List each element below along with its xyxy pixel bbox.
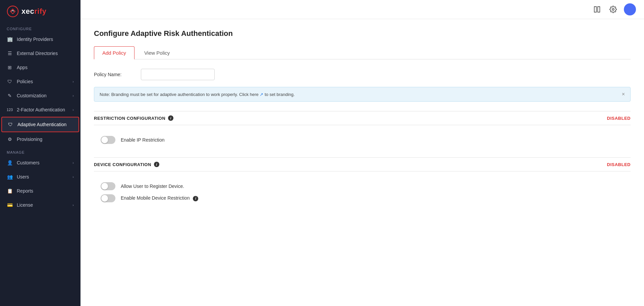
- external-directories-icon: ☰: [7, 50, 13, 56]
- provisioning-icon: ⚙: [7, 136, 13, 142]
- device-config-body: Allow User to Register Device. Enable Mo…: [94, 178, 631, 213]
- reports-icon: 📋: [7, 188, 13, 194]
- restriction-config-info-icon[interactable]: i: [168, 115, 173, 121]
- chevron-right-icon: ›: [72, 161, 74, 165]
- sidebar-item-label: Policies: [17, 79, 33, 84]
- chevron-right-icon: ›: [72, 94, 74, 98]
- sidebar-item-label: Customers: [17, 160, 40, 165]
- svg-rect-1: [594, 7, 596, 12]
- policies-icon: 🛡: [7, 79, 13, 85]
- customers-icon: 👤: [7, 160, 13, 166]
- tab-add-policy[interactable]: Add Policy: [94, 46, 135, 59]
- users-icon: 👥: [7, 174, 13, 180]
- branding-link[interactable]: ↗: [260, 92, 263, 97]
- policy-name-label: Policy Name:: [94, 72, 134, 77]
- brand-name: xecrify: [21, 7, 46, 16]
- register-device-row: Allow User to Register Device.: [101, 182, 624, 190]
- chevron-right-icon: ›: [72, 108, 74, 112]
- sidebar-item-identity-providers[interactable]: 🏢 Identity Providers: [0, 32, 80, 46]
- info-banner: Note: Branding must be set for adaptive …: [94, 87, 631, 102]
- chevron-right-icon: ›: [72, 175, 74, 179]
- content-area: Configure Adaptive Risk Authentication A…: [80, 19, 644, 306]
- info-banner-text: Note: Branding must be set for adaptive …: [100, 92, 295, 97]
- sidebar-item-provisioning[interactable]: ⚙ Provisioning: [0, 132, 80, 146]
- sidebar-item-external-directories[interactable]: ☰ External Directories: [0, 46, 80, 60]
- identity-providers-icon: 🏢: [7, 36, 13, 42]
- sidebar-item-label: Users: [17, 174, 29, 180]
- mobile-restriction-info-icon[interactable]: i: [193, 196, 198, 201]
- chevron-right-icon: ›: [72, 80, 74, 84]
- sidebar: xecrify Configure 🏢 Identity Providers ☰…: [0, 0, 80, 306]
- sidebar-item-policies[interactable]: 🛡 Policies ›: [0, 74, 80, 89]
- device-config-info-icon[interactable]: i: [154, 162, 159, 167]
- customization-icon: ✎: [7, 93, 13, 99]
- restriction-config-title: RESTRICTION CONFIGURATION i: [94, 115, 173, 121]
- apps-icon: ⊞: [7, 64, 13, 70]
- 2fa-icon: 123: [7, 107, 13, 113]
- sidebar-item-license[interactable]: 💳 License ›: [0, 198, 80, 212]
- page-title: Configure Adaptive Risk Authentication: [94, 29, 631, 38]
- sidebar-item-label: Adaptive Authentication: [17, 122, 66, 127]
- sidebar-item-label: Provisioning: [17, 137, 42, 142]
- policy-name-row: Policy Name:: [94, 69, 631, 80]
- main-content: Configure Adaptive Risk Authentication A…: [80, 0, 644, 306]
- sidebar-item-label: External Directories: [17, 51, 58, 56]
- sidebar-item-label: Identity Providers: [17, 37, 53, 42]
- device-config-title: DEVICE CONFIGURATION i: [94, 162, 159, 167]
- mobile-restriction-toggle[interactable]: [101, 194, 115, 202]
- info-banner-close-button[interactable]: ×: [622, 91, 625, 97]
- svg-point-3: [612, 8, 614, 10]
- chevron-right-icon: ›: [72, 203, 74, 207]
- sidebar-item-adaptive-auth[interactable]: 🛡 Adaptive Authentication: [1, 117, 79, 132]
- device-config-header: DEVICE CONFIGURATION i DISABLED: [94, 157, 631, 171]
- ip-restriction-row: Enable IP Restriction: [101, 136, 624, 144]
- register-device-toggle[interactable]: [101, 182, 115, 190]
- tabs-container: Add Policy View Policy: [94, 46, 631, 59]
- manage-section-label: Manage: [0, 146, 80, 156]
- mobile-restriction-row: Enable Mobile Device Restriction i: [101, 194, 624, 202]
- configure-section-label: Configure: [0, 23, 80, 32]
- sidebar-item-customers[interactable]: 👤 Customers ›: [0, 156, 80, 170]
- adaptive-auth-icon: 🛡: [7, 121, 13, 128]
- mobile-restriction-label: Enable Mobile Device Restriction i: [121, 195, 198, 201]
- license-icon: 💳: [7, 202, 13, 208]
- sidebar-item-2fa[interactable]: 123 2-Factor Authentication ›: [0, 103, 80, 117]
- ip-restriction-label: Enable IP Restriction: [121, 137, 164, 143]
- svg-point-0: [7, 6, 18, 17]
- sidebar-item-label: Reports: [17, 188, 33, 194]
- register-device-label: Allow User to Register Device.: [121, 184, 184, 189]
- tab-view-policy[interactable]: View Policy: [136, 46, 178, 59]
- restriction-config-status: DISABLED: [607, 116, 631, 121]
- sidebar-item-customization[interactable]: ✎ Customization ›: [0, 89, 80, 103]
- sidebar-item-users[interactable]: 👥 Users ›: [0, 170, 80, 184]
- restriction-config-header: RESTRICTION CONFIGURATION i DISABLED: [94, 111, 631, 125]
- ip-restriction-toggle[interactable]: [101, 136, 115, 144]
- sidebar-item-label: Customization: [17, 93, 47, 98]
- sidebar-item-label: License: [17, 202, 33, 208]
- header: [80, 0, 644, 19]
- sidebar-item-label: Apps: [17, 65, 28, 70]
- sidebar-item-reports[interactable]: 📋 Reports: [0, 184, 80, 198]
- book-icon[interactable]: [592, 4, 602, 15]
- gear-icon[interactable]: [608, 4, 619, 15]
- policy-name-input[interactable]: [141, 69, 215, 80]
- restriction-config-body: Enable IP Restriction: [94, 132, 631, 155]
- logo[interactable]: xecrify: [0, 0, 80, 23]
- device-config-status: DISABLED: [607, 162, 631, 167]
- sidebar-item-label: 2-Factor Authentication: [17, 107, 65, 112]
- avatar[interactable]: [624, 3, 636, 15]
- svg-rect-2: [598, 7, 600, 12]
- sidebar-item-apps[interactable]: ⊞ Apps: [0, 60, 80, 74]
